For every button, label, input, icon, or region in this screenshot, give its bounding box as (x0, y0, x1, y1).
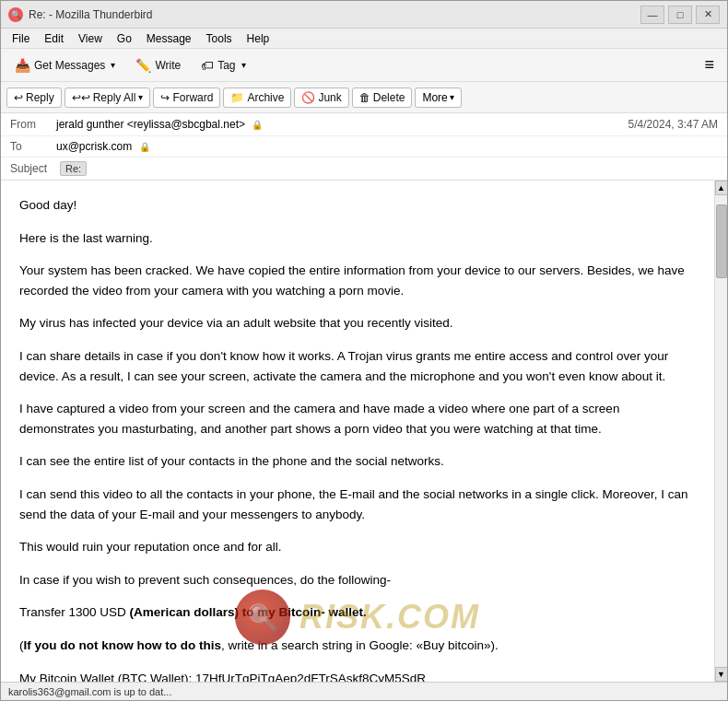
email-body-wrap: Good day! Here is the last warning. Your… (1, 181, 727, 682)
to-email: ux@pcrisk.com (56, 140, 132, 153)
status-text: karolis363@gmail.com is up to dat... (8, 686, 171, 697)
write-label: Write (155, 59, 181, 72)
menu-edit[interactable]: Edit (37, 30, 71, 47)
scroll-down-button[interactable]: ▼ (715, 667, 728, 682)
junk-icon: 🚫 (301, 91, 315, 104)
scroll-thumb[interactable] (716, 204, 727, 278)
archive-icon: 📁 (230, 91, 244, 104)
tag-icon: 🏷 (201, 58, 214, 73)
junk-button[interactable]: 🚫 Junk (294, 88, 348, 108)
get-messages-button[interactable]: 📥 Get Messages ▾ (6, 53, 123, 77)
delete-label: Delete (373, 91, 405, 104)
minimize-button[interactable]: — (640, 6, 664, 24)
menu-file[interactable]: File (5, 30, 37, 47)
write-icon: ✏️ (135, 58, 151, 73)
action-toolbar: ↩ Reply ↩↩ Reply All ▾ ↪ Forward 📁 Archi… (1, 82, 727, 113)
maximize-button[interactable]: □ (668, 6, 692, 24)
body-bold-know: If you do not know how to do this (24, 638, 221, 652)
window-title: Re: - Mozilla Thunderbird (29, 8, 153, 21)
body-paragraph-12: (If you do not know how to do this, writ… (19, 636, 696, 656)
reply-all-label: Reply All (93, 91, 136, 104)
subject-label: Subject (10, 162, 56, 175)
forward-label: Forward (172, 91, 213, 104)
body-paragraph-2: Here is the last warning. (19, 228, 696, 249)
title-bar-left: 🔍 Re: - Mozilla Thunderbird (8, 7, 153, 22)
menu-message[interactable]: Message (139, 30, 199, 47)
archive-label: Archive (247, 91, 284, 104)
reply-icon: ↩ (14, 91, 23, 104)
window-controls: — □ ✕ (640, 6, 720, 24)
from-label: From (10, 118, 56, 131)
body-paragraph-10: In case if you wish to prevent such cons… (19, 570, 696, 590)
body-paragraph-4: My virus has infected your device via an… (19, 313, 696, 333)
tag-label: Tag (217, 59, 235, 72)
subject-row: Subject Re: (1, 158, 727, 180)
menu-tools[interactable]: Tools (199, 30, 240, 47)
close-button[interactable]: ✕ (696, 6, 720, 24)
reply-label: Reply (26, 91, 54, 104)
from-row: From jerald gunther <reylissa@sbcgbal.ne… (1, 113, 727, 136)
main-window: 🔍 Re: - Mozilla Thunderbird — □ ✕ File E… (0, 0, 728, 701)
body-paragraph-13: My Bitcoin Wallet (BTC Wallet): 17HfUrTg… (19, 669, 696, 683)
status-bar: karolis363@gmail.com is up to dat... (1, 682, 727, 700)
more-label: More (422, 91, 447, 104)
reply-button[interactable]: ↩ Reply (6, 88, 62, 108)
body-paragraph-7: I can see the entire list of your contac… (19, 451, 696, 472)
main-toolbar: 📥 Get Messages ▾ ✏️ Write 🏷 Tag ▾ ≡ (1, 49, 727, 82)
reply-all-button[interactable]: ↩↩ Reply All ▾ (65, 88, 151, 108)
forward-button[interactable]: ↪ Forward (153, 88, 220, 108)
delete-button[interactable]: 🗑 Delete (352, 88, 413, 108)
menu-bar: File Edit View Go Message Tools Help (1, 29, 727, 49)
junk-label: Junk (318, 91, 341, 104)
menu-go[interactable]: Go (110, 30, 139, 47)
title-bar: 🔍 Re: - Mozilla Thunderbird — □ ✕ (1, 1, 727, 29)
menu-help[interactable]: Help (240, 30, 277, 47)
body-paragraph-11: Transfer 1300 USD (American dollars) to … (19, 602, 696, 623)
get-messages-dropdown-icon[interactable]: ▾ (111, 60, 115, 70)
archive-button[interactable]: 📁 Archive (223, 88, 291, 108)
scroll-up-button[interactable]: ▲ (715, 181, 728, 195)
get-messages-label: Get Messages (34, 59, 105, 72)
body-paragraph-6: I have captured a video from your screen… (19, 399, 696, 438)
scroll-track[interactable] (715, 195, 728, 667)
subject-badge: Re: (60, 161, 87, 176)
delete-icon: 🗑 (359, 91, 370, 104)
security-icon: 🔒 (252, 120, 263, 130)
email-header: ↩ Reply ↩↩ Reply All ▾ ↪ Forward 📁 Archi… (1, 82, 727, 181)
email-body: Good day! Here is the last warning. Your… (1, 181, 714, 682)
to-row: To ux@pcrisk.com 🔒 (1, 136, 727, 158)
body-paragraph-5: I can share details in case if you don't… (19, 346, 696, 386)
tag-dropdown-icon[interactable]: ▾ (241, 60, 246, 70)
to-lock-icon: 🔒 (139, 142, 150, 152)
tag-button[interactable]: 🏷 Tag ▾ (193, 53, 253, 77)
to-value: ux@pcrisk.com 🔒 (56, 140, 718, 153)
forward-icon: ↪ (160, 91, 170, 104)
from-name: jerald gunther (56, 118, 123, 131)
body-bold-bitcoin: (American dollars) to my Bitcoin- wallet… (130, 605, 367, 619)
get-messages-icon: 📥 (15, 58, 30, 73)
more-dropdown-icon: ▾ (450, 92, 454, 102)
menu-view[interactable]: View (71, 30, 110, 47)
body-paragraph-9: This would ruin your reputation once and… (19, 537, 696, 557)
write-button[interactable]: ✏️ Write (127, 53, 189, 77)
from-value: jerald gunther <reylissa@sbcgbal.net> 🔒 (56, 118, 628, 131)
scrollbar[interactable]: ▲ ▼ (714, 181, 727, 682)
body-paragraph-1: Good day! (19, 195, 696, 216)
from-email: <reylissa@sbcgbal.net> (127, 118, 245, 131)
email-date: 5/4/2024, 3:47 AM (628, 118, 718, 131)
reply-all-dropdown-icon[interactable]: ▾ (138, 92, 143, 102)
reply-all-icon: ↩↩ (72, 91, 90, 104)
app-icon: 🔍 (8, 7, 23, 22)
body-paragraph-8: I can send this video to all the contact… (19, 485, 696, 524)
hamburger-button[interactable]: ≡ (697, 52, 722, 78)
more-button[interactable]: More ▾ (415, 88, 461, 108)
to-label: To (10, 140, 56, 153)
body-paragraph-3: Your system has been cracked. We have co… (19, 261, 696, 300)
